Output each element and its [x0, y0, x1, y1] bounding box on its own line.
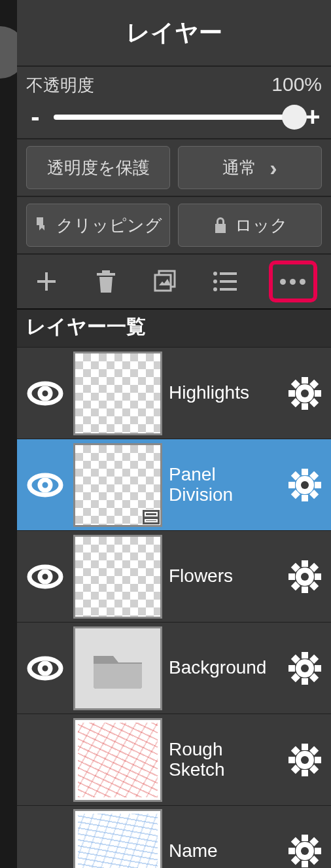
visibility-toggle[interactable]: [17, 655, 73, 681]
layer-thumbnail[interactable]: [73, 626, 162, 710]
svg-rect-37: [302, 587, 308, 593]
lock-button[interactable]: ロック: [178, 204, 322, 247]
layer-list: Highlights Panel Division Flowers Backgr…: [17, 347, 331, 868]
layer-settings-button[interactable]: [279, 377, 331, 410]
opacity-decrease-button[interactable]: -: [26, 102, 44, 132]
opacity-label: 不透明度: [26, 74, 94, 97]
panel-title-bar: レイヤー: [17, 0, 331, 65]
layer-row[interactable]: Panel Division: [17, 439, 331, 530]
protect-alpha-label: 透明度を保護: [47, 156, 150, 179]
opacity-section: 不透明度 100% - +: [17, 65, 331, 138]
layer-toolbar: [17, 253, 331, 308]
clipping-label: クリッピング: [56, 214, 162, 237]
layer-row[interactable]: Highlights: [17, 347, 331, 439]
layer-name[interactable]: Highlights: [162, 383, 279, 403]
blend-row: 透明度を保護 通常 ›: [17, 138, 331, 196]
svg-rect-53: [302, 652, 308, 659]
svg-point-65: [301, 756, 309, 764]
clipping-button[interactable]: クリッピング: [26, 204, 170, 247]
layer-name[interactable]: Background: [162, 658, 279, 678]
layers-panel: レイヤー 不透明度 100% - + 透明度を保護 通常 › クリッピング: [17, 0, 331, 868]
svg-rect-25: [302, 495, 308, 501]
ellipsis-icon: [278, 276, 307, 287]
blend-mode-button[interactable]: 通常 ›: [178, 146, 322, 189]
delete-layer-button[interactable]: [90, 266, 122, 297]
add-layer-button[interactable]: [31, 266, 62, 297]
clip-lock-row: クリッピング ロック: [17, 196, 331, 253]
layer-settings-button[interactable]: [279, 835, 331, 867]
layer-name[interactable]: Name: [162, 841, 279, 861]
svg-rect-41: [302, 560, 308, 567]
layer-row[interactable]: Flowers: [17, 530, 331, 622]
layer-list-header: レイヤー一覧: [17, 308, 331, 347]
layer-settings-button[interactable]: [279, 560, 331, 593]
svg-rect-59: [302, 770, 308, 776]
visibility-toggle[interactable]: [17, 472, 73, 498]
svg-point-75: [301, 847, 309, 855]
layer-thumbnail[interactable]: [73, 535, 162, 619]
svg-rect-15: [288, 390, 295, 397]
layer-name[interactable]: Panel Division: [162, 465, 279, 505]
layer-settings-button[interactable]: [279, 652, 331, 685]
blend-mode-label: 通常: [222, 156, 256, 179]
layer-row[interactable]: Background: [17, 622, 331, 714]
layer-row[interactable]: Rough Sketch: [17, 714, 331, 805]
svg-rect-7: [220, 288, 237, 291]
more-options-button[interactable]: [269, 261, 317, 302]
svg-rect-69: [302, 861, 308, 867]
layer-thumbnail[interactable]: [73, 352, 162, 435]
svg-point-9: [40, 388, 50, 399]
layer-list-view-button[interactable]: [209, 266, 241, 297]
opacity-slider[interactable]: [54, 115, 294, 120]
svg-point-6: [213, 287, 217, 291]
svg-point-45: [40, 663, 50, 674]
lock-label: ロック: [235, 214, 288, 237]
svg-point-4: [213, 280, 217, 283]
svg-rect-17: [302, 377, 308, 384]
svg-rect-23: [315, 482, 321, 488]
chevron-right-icon: ›: [270, 155, 277, 181]
clipping-icon: [34, 216, 50, 234]
svg-rect-5: [220, 280, 237, 283]
svg-rect-57: [315, 757, 321, 763]
protect-alpha-button[interactable]: 透明度を保護: [26, 146, 170, 189]
visibility-toggle[interactable]: [17, 564, 73, 590]
svg-rect-49: [302, 678, 308, 685]
svg-rect-63: [302, 744, 308, 750]
svg-rect-67: [315, 848, 321, 854]
opacity-value: 100%: [271, 73, 322, 96]
svg-rect-13: [302, 403, 308, 410]
layer-name[interactable]: Rough Sketch: [162, 740, 279, 780]
layer-thumbnail[interactable]: [73, 718, 162, 802]
svg-rect-73: [302, 835, 308, 841]
duplicate-layer-button[interactable]: [150, 266, 181, 297]
svg-point-21: [40, 480, 50, 490]
layer-thumbnail[interactable]: [73, 443, 162, 527]
svg-rect-39: [288, 573, 295, 580]
opacity-slider-thumb[interactable]: [282, 105, 307, 130]
svg-point-31: [301, 481, 309, 489]
svg-rect-47: [315, 665, 321, 672]
svg-rect-61: [288, 757, 295, 763]
lock-icon: [213, 216, 228, 234]
layer-name[interactable]: Flowers: [162, 566, 279, 587]
svg-rect-51: [288, 665, 295, 672]
svg-point-19: [301, 389, 309, 397]
svg-rect-3: [220, 272, 237, 275]
layer-row[interactable]: Name: [17, 805, 331, 868]
svg-rect-71: [288, 848, 295, 854]
svg-rect-27: [288, 482, 295, 488]
svg-rect-35: [315, 573, 321, 580]
panel-title: レイヤー: [126, 17, 222, 49]
svg-point-55: [301, 664, 309, 672]
svg-rect-29: [302, 469, 308, 475]
layer-thumbnail[interactable]: [73, 809, 162, 868]
layer-settings-button[interactable]: [279, 744, 331, 776]
svg-point-43: [301, 573, 309, 581]
svg-rect-11: [315, 390, 321, 397]
svg-point-2: [213, 272, 217, 276]
visibility-toggle[interactable]: [17, 380, 73, 407]
panel-division-icon: [142, 509, 160, 525]
svg-point-33: [40, 571, 50, 582]
layer-settings-button[interactable]: [279, 469, 331, 501]
